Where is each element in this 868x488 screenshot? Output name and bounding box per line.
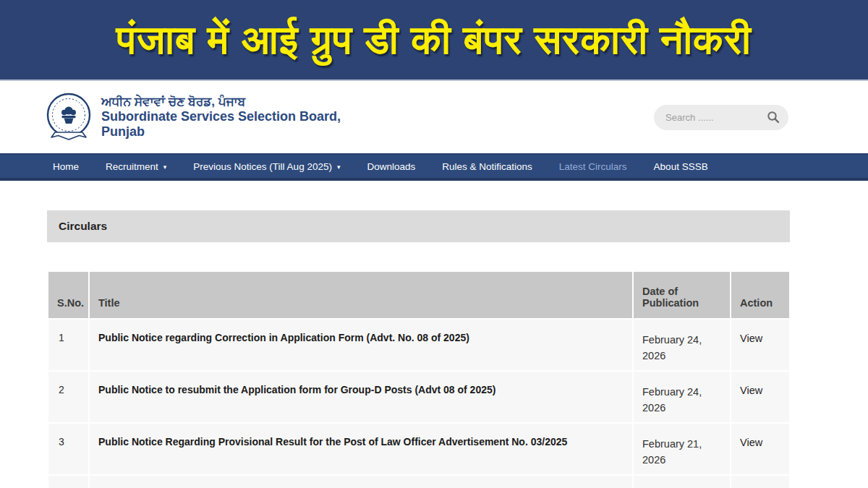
caret-down-icon: ▾ bbox=[163, 163, 167, 171]
search-box[interactable] bbox=[654, 105, 788, 130]
search-icon[interactable] bbox=[767, 111, 780, 124]
row-date: February 24, 2026 bbox=[634, 372, 730, 422]
site-header: ਅਧੀਨ ਸੇਵਾਵਾਂ ਚੋਣ ਬੋਰਡ, ਪੰਜਾਬ Subordinate… bbox=[0, 81, 868, 153]
circulars-table: S.No. Title Date of Publication Action 1… bbox=[47, 270, 791, 488]
row-sno: 3 bbox=[48, 424, 88, 474]
search-input[interactable] bbox=[665, 112, 760, 123]
column-header-action: Action bbox=[731, 272, 789, 318]
table-row: 3 Public Notice Regarding Provisional Re… bbox=[48, 424, 789, 474]
nav-item-about-sssb[interactable]: About SSSB bbox=[654, 161, 708, 172]
column-header-sno: S.No. bbox=[48, 272, 88, 318]
row-sno: 2 bbox=[48, 372, 88, 422]
nav-item-recruitment[interactable]: Recruitment ▾ bbox=[106, 161, 166, 172]
row-action: View bbox=[731, 424, 789, 474]
row-title: Public Notice Regarding Provisional Resu… bbox=[90, 424, 632, 474]
page-title: Circulars bbox=[59, 220, 107, 233]
nav-item-latest-circulars[interactable]: Latest Circulars bbox=[559, 161, 627, 172]
sssb-emblem-logo-icon[interactable] bbox=[46, 91, 92, 143]
row-action: View bbox=[731, 372, 789, 422]
row-title: Public Notice regarding Correction in Ap… bbox=[90, 320, 632, 370]
row-sno: 4 bbox=[48, 476, 88, 488]
table-row: 4 Result-cum-CML for the Post of Surveyo… bbox=[48, 476, 789, 488]
nav-item-previous-notices[interactable]: Previous Notices (Till Aug 2025) ▾ bbox=[193, 161, 340, 172]
view-link[interactable]: View bbox=[740, 437, 762, 448]
row-title: Result-cum-CML for the Post of Surveyor … bbox=[90, 476, 632, 488]
org-name-english: Subordinate Services Selection Board, bbox=[101, 109, 341, 124]
row-date: February 21, 2026 bbox=[634, 424, 730, 474]
table-row: 1 Public Notice regarding Correction in … bbox=[48, 320, 789, 370]
row-sno: 1 bbox=[48, 320, 88, 370]
table-header-row: S.No. Title Date of Publication Action bbox=[48, 272, 789, 318]
org-name-punjabi: ਅਧੀਨ ਸੇਵਾਵਾਂ ਚੋਣ ਬੋਰਡ, ਪੰਜਾਬ bbox=[101, 95, 341, 109]
caret-down-icon: ▾ bbox=[337, 163, 341, 171]
page: पंजाब में आई ग्रुप डी की बंपर सरकारी नौक… bbox=[0, 0, 868, 488]
nav-item-home[interactable]: Home bbox=[53, 161, 79, 172]
row-date: February 21, 2026 bbox=[634, 476, 730, 488]
headline-text: पंजाब में आई ग्रुप डी की बंपर सरकारी नौक… bbox=[116, 16, 752, 64]
row-title: Public Notice to resubmit the Applicatio… bbox=[90, 372, 632, 422]
column-header-date: Date of Publication bbox=[634, 272, 730, 318]
nav-item-downloads[interactable]: Downloads bbox=[367, 161, 415, 172]
top-headline-banner: पंजाब में आई ग्रुप डी की बंपर सरकारी नौक… bbox=[0, 0, 868, 81]
section-header-circulars: Circulars bbox=[47, 210, 790, 242]
org-title-block: ਅਧੀਨ ਸੇਵਾਵਾਂ ਚੋਣ ਬੋਰਡ, ਪੰਜਾਬ Subordinate… bbox=[101, 95, 341, 140]
table-row: 2 Public Notice to resubmit the Applicat… bbox=[48, 372, 789, 422]
org-name-english-2: Punjab bbox=[101, 124, 341, 140]
view-link[interactable]: View bbox=[740, 333, 762, 344]
row-action: View bbox=[731, 476, 789, 488]
view-link[interactable]: View bbox=[740, 385, 762, 396]
main-nav: Home Recruitment ▾ Previous Notices (Til… bbox=[0, 153, 868, 181]
nav-item-rules-notifications[interactable]: Rules & Notifications bbox=[442, 161, 532, 172]
row-action: View bbox=[731, 320, 789, 370]
column-header-title: Title bbox=[90, 272, 632, 318]
row-date: February 24, 2026 bbox=[634, 320, 730, 370]
